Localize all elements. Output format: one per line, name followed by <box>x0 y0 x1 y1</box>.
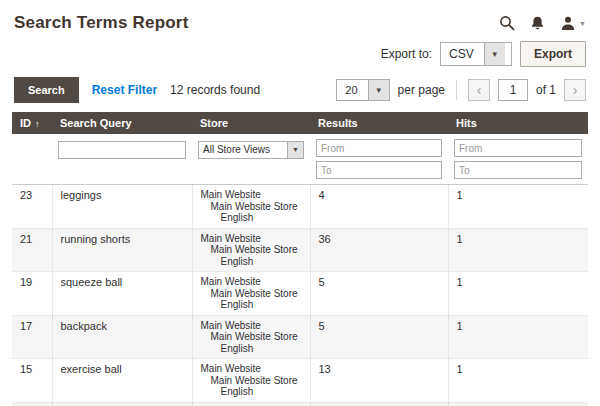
chevron-down-icon: ▼ <box>579 20 586 27</box>
cell-store: Main Website Main Website Store English <box>192 315 310 359</box>
store-view: English <box>201 212 302 224</box>
cell-id: 19 <box>12 272 52 316</box>
cell-query: squeeze ball <box>52 272 192 316</box>
cell-store: Main Website Main Website Store English <box>192 272 310 316</box>
table-row[interactable]: 21 running shorts Main Website Main Webs… <box>12 228 588 272</box>
cell-results: 5 <box>310 315 448 359</box>
store-store: Main Website Store <box>201 331 302 343</box>
page-title: Search Terms Report <box>14 13 189 33</box>
cell-results: 13 <box>310 359 448 403</box>
hits-from-filter-input[interactable] <box>454 139 582 157</box>
header-icons: ▼ <box>499 13 586 31</box>
store-view-filter-value: All Store Views <box>199 142 287 158</box>
cell-query: backpack <box>52 315 192 359</box>
export-format-select[interactable]: CSV ▼ <box>440 42 512 66</box>
chevron-down-icon: ▼ <box>368 80 389 100</box>
cell-query: running shorts <box>52 228 192 272</box>
toolbar-left: Search Reset Filter 12 records found <box>14 77 260 103</box>
column-header-search-query[interactable]: Search Query <box>52 112 192 134</box>
cell-results: 4 <box>310 185 448 229</box>
cell-results: 36 <box>310 228 448 272</box>
per-page-label: per page <box>398 83 445 97</box>
search-query-filter-input[interactable] <box>58 141 186 159</box>
cell-results: 5 <box>310 272 448 316</box>
store-store: Main Website Store <box>201 201 302 213</box>
cell-hits: 1 <box>448 402 588 406</box>
sort-ascending-icon: ↑ <box>35 119 40 129</box>
toolbar-pagination: 20 ▼ per page ‹ of 1 › <box>336 79 586 101</box>
page-of-label: of 1 <box>536 83 556 97</box>
page-header: Search Terms Report ▼ <box>0 0 600 35</box>
filter-cell-store: All Store Views ▼ <box>192 134 310 185</box>
store-view: English <box>201 343 302 355</box>
column-header-results[interactable]: Results <box>310 112 448 134</box>
export-button[interactable]: Export <box>520 41 586 67</box>
hits-to-filter-input[interactable] <box>454 161 582 179</box>
cell-store: Main Website Main Website Store English <box>192 228 310 272</box>
cell-store: Main Website Main Website Store English <box>192 185 310 229</box>
cell-id: 23 <box>12 185 52 229</box>
notifications-bell-icon[interactable] <box>530 15 545 31</box>
cell-hits: 1 <box>448 359 588 403</box>
cell-hits: 1 <box>448 185 588 229</box>
per-page-select[interactable]: 20 ▼ <box>336 79 389 101</box>
export-row: Export to: CSV ▼ Export <box>0 35 600 77</box>
table-row[interactable]: 17 backpack Main Website Main Website St… <box>12 315 588 359</box>
cell-store: Main Website Main Website Store English <box>192 359 310 403</box>
search-icon[interactable] <box>499 15 515 31</box>
cell-id: 15 <box>12 359 52 403</box>
store-view: English <box>201 386 302 398</box>
store-view: English <box>201 256 302 268</box>
column-header-hits[interactable]: Hits <box>448 112 588 134</box>
table-row[interactable]: 19 squeeze ball Main Website Main Websit… <box>12 272 588 316</box>
table-row[interactable]: 15 exercise ball Main Website Main Websi… <box>12 359 588 403</box>
search-terms-report-page: Search Terms Report ▼ Export to: CSV ▼ E… <box>0 0 600 406</box>
grid-header-row: ID↑ Search Query Store Results Hits <box>12 112 588 134</box>
cell-hits: 1 <box>448 315 588 359</box>
records-found-label: 12 records found <box>170 83 260 97</box>
chevron-down-icon: ▼ <box>287 142 303 158</box>
cell-id: 13 <box>12 402 52 406</box>
results-from-filter-input[interactable] <box>316 139 442 157</box>
column-header-id[interactable]: ID↑ <box>12 112 52 134</box>
store-store: Main Website Store <box>201 244 302 256</box>
store-website: Main Website <box>201 363 302 375</box>
export-to-label: Export to: <box>381 47 432 61</box>
store-view: English <box>201 299 302 311</box>
account-menu[interactable]: ▼ <box>560 15 586 31</box>
store-store: Main Website Store <box>201 288 302 300</box>
filter-cell-query <box>52 134 192 185</box>
table-row[interactable]: 23 leggings Main Website Main Website St… <box>12 185 588 229</box>
search-terms-grid: ID↑ Search Query Store Results Hits All … <box>12 112 588 406</box>
export-format-value: CSV <box>441 43 484 65</box>
store-store: Main Website Store <box>201 375 302 387</box>
store-website: Main Website <box>201 320 302 332</box>
column-header-store[interactable]: Store <box>192 112 310 134</box>
cell-query: yoga mat <box>52 402 192 406</box>
cell-hits: 1 <box>448 228 588 272</box>
divider <box>456 80 457 100</box>
per-page-value: 20 <box>337 80 367 100</box>
cell-hits: 1 <box>448 272 588 316</box>
grid-toolbar: Search Reset Filter 12 records found 20 … <box>0 77 600 112</box>
grid-filter-row: All Store Views ▼ <box>12 134 588 185</box>
results-to-filter-input[interactable] <box>316 161 442 179</box>
cell-store: Main Website Main Website Store English <box>192 402 310 406</box>
store-website: Main Website <box>201 276 302 288</box>
previous-page-button[interactable]: ‹ <box>468 79 490 101</box>
user-avatar-icon <box>560 15 576 31</box>
cell-query: leggings <box>52 185 192 229</box>
filter-cell-id <box>12 134 52 185</box>
cell-query: exercise ball <box>52 359 192 403</box>
table-row[interactable]: 13 yoga mat Main Website Main Website St… <box>12 402 588 406</box>
next-page-button[interactable]: › <box>564 79 586 101</box>
cell-id: 17 <box>12 315 52 359</box>
reset-filter-link[interactable]: Reset Filter <box>92 83 157 97</box>
page-number-input[interactable] <box>498 79 528 101</box>
search-button[interactable]: Search <box>14 77 79 103</box>
store-view-filter-select[interactable]: All Store Views ▼ <box>198 141 304 159</box>
store-website: Main Website <box>201 233 302 245</box>
filter-cell-hits <box>448 134 588 185</box>
cell-results: 49 <box>310 402 448 406</box>
cell-id: 21 <box>12 228 52 272</box>
